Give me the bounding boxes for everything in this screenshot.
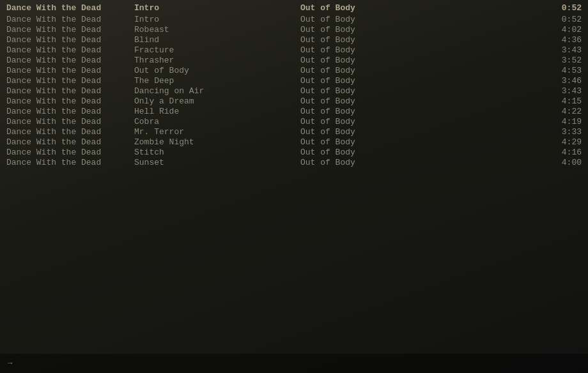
table-row[interactable]: Dance With the DeadFractureOut of Body3:… [0,45,588,55]
header-title: Intro [134,3,300,13]
track-title: Only a Dream [134,96,300,106]
table-row[interactable]: Dance With the DeadDancing on AirOut of … [0,86,588,96]
track-album: Out of Body [300,127,543,137]
table-row[interactable]: Dance With the DeadMr. TerrorOut of Body… [0,126,588,137]
header-artist: Dance With the Dead [6,3,134,13]
track-title: Out of Body [134,66,300,75]
table-row[interactable]: Dance With the DeadOut of BodyOut of Bod… [0,65,588,75]
track-duration: 3:46 [543,76,582,86]
track-album: Out of Body [300,76,543,86]
track-album: Out of Body [300,107,543,116]
track-artist: Dance With the Dead [6,96,134,106]
track-title: Intro [134,15,300,24]
track-artist: Dance With the Dead [6,107,134,116]
track-album: Out of Body [300,66,543,75]
track-album: Out of Body [300,25,543,34]
header-album: Out of Body [300,3,543,13]
table-row[interactable]: Dance With the DeadStitchOut of Body4:16 [0,147,588,157]
track-title: Thrasher [134,56,300,65]
track-duration: 4:15 [543,96,582,106]
table-row[interactable]: Dance With the DeadSunsetOut of Body4:00 [0,157,588,167]
track-duration: 0:52 [543,15,582,24]
track-duration: 4:16 [543,148,582,157]
track-artist: Dance With the Dead [6,56,134,65]
table-header: Dance With the Dead Intro Out of Body 0:… [0,3,588,13]
track-album: Out of Body [300,96,543,106]
table-row[interactable]: Dance With the DeadThe DeepOut of Body3:… [0,75,588,86]
track-title: Mr. Terror [134,127,300,137]
track-album: Out of Body [300,117,543,126]
track-artist: Dance With the Dead [6,117,134,126]
track-album: Out of Body [300,137,543,147]
header-duration: 0:52 [543,3,582,13]
track-duration: 3:52 [543,56,582,65]
bottom-bar: → [0,354,588,373]
track-artist: Dance With the Dead [6,86,134,96]
track-title: Sunset [134,158,300,167]
track-album: Out of Body [300,158,543,167]
track-artist: Dance With the Dead [6,137,134,147]
table-row[interactable]: Dance With the DeadRobeastOut of Body4:0… [0,24,588,34]
track-album: Out of Body [300,86,543,96]
track-album: Out of Body [300,56,543,65]
track-duration: 3:33 [543,127,582,137]
track-artist: Dance With the Dead [6,158,134,167]
track-album: Out of Body [300,35,543,45]
track-title: Zombie Night [134,137,300,147]
track-artist: Dance With the Dead [6,15,134,24]
track-list: Dance With the Dead Intro Out of Body 0:… [0,0,588,170]
track-title: Hell Ride [134,107,300,116]
track-duration: 4:22 [543,107,582,116]
track-album: Out of Body [300,45,543,55]
track-duration: 4:00 [543,158,582,167]
track-duration: 4:19 [543,117,582,126]
track-artist: Dance With the Dead [6,148,134,157]
track-artist: Dance With the Dead [6,76,134,86]
arrow-icon: → [8,359,12,368]
track-duration: 4:36 [543,35,582,45]
track-artist: Dance With the Dead [6,66,134,75]
track-title: Cobra [134,117,300,126]
track-title: Stitch [134,148,300,157]
table-row[interactable]: Dance With the DeadBlindOut of Body4:36 [0,34,588,45]
track-artist: Dance With the Dead [6,127,134,137]
track-album: Out of Body [300,148,543,157]
track-artist: Dance With the Dead [6,45,134,55]
track-duration: 4:53 [543,66,582,75]
track-album: Out of Body [300,15,543,24]
track-title: Blind [134,35,300,45]
table-row[interactable]: Dance With the DeadZombie NightOut of Bo… [0,137,588,147]
table-row[interactable]: Dance With the DeadIntroOut of Body0:52 [0,14,588,24]
track-title: Dancing on Air [134,86,300,96]
table-row[interactable]: Dance With the DeadThrasherOut of Body3:… [0,55,588,65]
table-row[interactable]: Dance With the DeadHell RideOut of Body4… [0,106,588,116]
track-title: The Deep [134,76,300,86]
table-row[interactable]: Dance With the DeadCobraOut of Body4:19 [0,116,588,126]
track-duration: 4:02 [543,25,582,34]
track-duration: 3:43 [543,45,582,55]
track-artist: Dance With the Dead [6,25,134,34]
track-duration: 3:43 [543,86,582,96]
track-title: Fracture [134,45,300,55]
track-title: Robeast [134,25,300,34]
table-row[interactable]: Dance With the DeadOnly a DreamOut of Bo… [0,96,588,106]
track-duration: 4:29 [543,137,582,147]
track-artist: Dance With the Dead [6,35,134,45]
